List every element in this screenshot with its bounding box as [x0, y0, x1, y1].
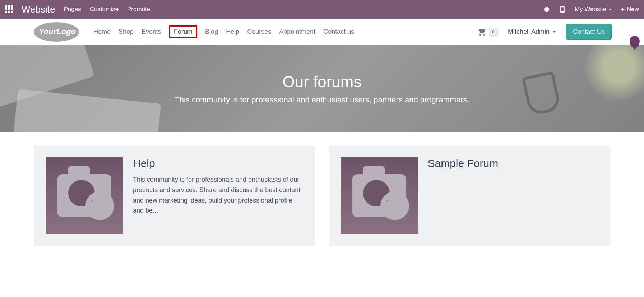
cart-icon	[477, 28, 487, 36]
card-image-placeholder	[46, 157, 123, 234]
user-name: Mitchell Admin	[508, 28, 550, 36]
pages-link[interactable]: Pages	[64, 6, 81, 13]
nav-appointment[interactable]: Appointment	[279, 27, 315, 37]
card-body: Help This community is for professionals…	[133, 157, 304, 234]
contact-us-button[interactable]: Contact Us	[566, 24, 612, 40]
topbar-right: My Website + New	[543, 6, 639, 13]
user-menu[interactable]: Mitchell Admin	[508, 28, 556, 36]
top-admin-bar: Website Pages Customize Promote My Websi…	[0, 0, 644, 19]
caret-down-icon	[608, 9, 612, 10]
hero-banner: Our forums This community is for profess…	[0, 45, 644, 132]
caret-down-icon	[552, 31, 556, 33]
card-body: Sample Forum	[428, 157, 499, 234]
nav-help[interactable]: Help	[226, 27, 239, 37]
nav-courses[interactable]: Courses	[247, 27, 271, 37]
apps-icon[interactable]	[5, 5, 13, 13]
nav-forum[interactable]: Forum	[169, 25, 197, 38]
promote-link[interactable]: Promote	[127, 6, 150, 13]
plus-icon: +	[621, 6, 625, 13]
forum-card[interactable]: Sample Forum	[329, 146, 610, 246]
new-button[interactable]: + New	[621, 6, 639, 13]
nav-events[interactable]: Events	[142, 27, 161, 37]
app-brand[interactable]: Website	[22, 4, 55, 15]
nav-contact-us[interactable]: Contact us	[323, 27, 354, 37]
site-logo[interactable]: YourLogo	[34, 25, 79, 39]
cart-button[interactable]: 0	[477, 28, 498, 36]
my-website-dropdown[interactable]: My Website	[575, 6, 612, 13]
navbar-right: 0 Mitchell Admin Contact Us	[477, 24, 612, 40]
customize-link[interactable]: Customize	[90, 6, 119, 13]
card-image-placeholder	[341, 157, 418, 234]
nav-blog[interactable]: Blog	[205, 27, 218, 37]
new-label: New	[627, 6, 639, 13]
site-navbar: YourLogo Home Shop Events Forum Blog Hel…	[0, 19, 644, 45]
forum-cards-row: Help This community is for professionals…	[0, 132, 644, 259]
mobile-icon[interactable]	[559, 6, 566, 13]
nav-items: Home Shop Events Forum Blog Help Courses…	[93, 25, 354, 38]
camera-icon	[57, 174, 111, 217]
topbar-left: Website Pages Customize Promote	[5, 4, 150, 15]
card-title: Help	[133, 157, 304, 170]
bug-icon[interactable]	[543, 6, 550, 13]
forum-card[interactable]: Help This community is for professionals…	[34, 146, 315, 246]
card-title: Sample Forum	[428, 157, 499, 170]
camera-icon	[352, 174, 406, 217]
card-description: This community is for professionals and …	[133, 175, 304, 216]
nav-home[interactable]: Home	[93, 27, 111, 37]
cart-badge: 0	[489, 28, 498, 36]
nav-shop[interactable]: Shop	[119, 27, 134, 37]
hero-subtitle: This community is for professional and e…	[175, 95, 469, 105]
hero-title: Our forums	[282, 73, 361, 91]
my-website-label: My Website	[575, 6, 607, 13]
